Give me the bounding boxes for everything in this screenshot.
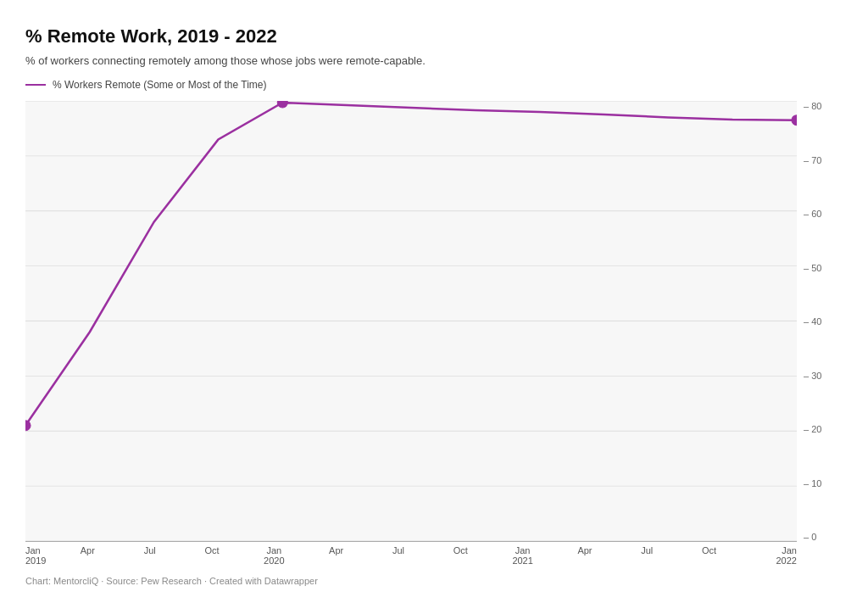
x-label-jan2021: Jan 2021 [498,545,548,566]
dot-jan2022 [792,115,797,126]
dot-jan2020 [277,101,287,108]
legend-line-icon [25,84,46,86]
legend-label: % Workers Remote (Some or Most of the Ti… [53,79,267,91]
y-axis: – 80 – 70 – 60 – 50 – 40 – 30 – 20 – 10 … [800,101,834,566]
x-label-apr2020: Apr [311,545,362,566]
y-label-40: – 40 [804,316,821,327]
x-label-jan2022: Jan 2022 [746,545,797,566]
y-label-0: – 0 [804,532,821,542]
chart-area [25,101,797,542]
x-label-jul2021: Jul [621,545,672,566]
x-axis: Jan 2019 Apr Jul Oct [25,545,797,566]
chart-svg [25,101,797,541]
y-label-70: – 70 [804,155,821,165]
chart-container: % Remote Work, 2019 - 2022 % of workers … [0,0,868,614]
y-label-60: – 60 [804,209,821,219]
chart-footer: Chart: MentorcliQ · Source: Pew Research… [25,576,834,586]
x-label-oct2019: Oct [186,545,237,566]
x-label-oct2021: Oct [684,545,735,566]
chart-title: % Remote Work, 2019 - 2022 [25,25,834,47]
y-label-30: – 30 [804,371,821,381]
y-label-80: – 80 [804,101,821,111]
x-label-apr2021: Apr [559,545,610,566]
y-label-20: – 20 [804,424,821,434]
x-label-jan2020: Jan 2020 [248,545,299,566]
dot-jan2019 [25,421,31,431]
y-label-50: – 50 [804,263,821,273]
x-label-jan2019: Jan 2019 [25,545,51,566]
x-label-jul2019: Jul [125,545,175,566]
chart-legend: % Workers Remote (Some or Most of the Ti… [25,79,834,91]
chart-subtitle: % of workers connecting remotely among t… [25,54,834,67]
x-label-apr2019: Apr [62,545,113,566]
y-label-10: – 10 [804,478,821,488]
x-label-jul2020: Jul [373,545,424,566]
x-label-oct2020: Oct [435,545,486,566]
